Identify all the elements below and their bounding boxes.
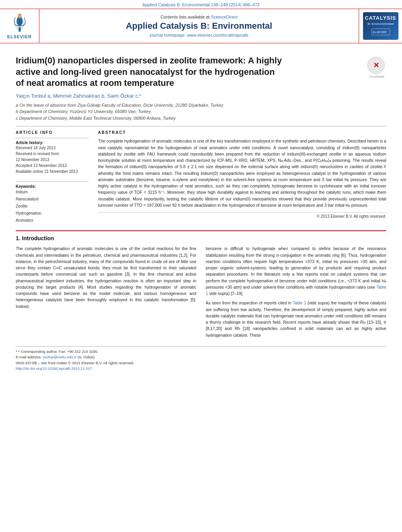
sciencedirect-link[interactable]: ScienceDirect: [211, 15, 237, 19]
affiliation-a: a On the leave of absence from Ziya Göka…: [16, 102, 386, 109]
received-date: Received 18 July 2013: [16, 145, 89, 151]
catalysis-logo-text: CATALYSIS B: Environmental ELSEVIER: [365, 15, 396, 37]
issn-line: 0926-3373/$ – see front matter © 2013 El…: [16, 360, 386, 366]
section-title: 1. Introduction: [16, 235, 386, 241]
catalysis-logo-block: CATALYSIS B: Environmental ELSEVIER: [359, 9, 402, 43]
affiliations: a On the leave of absence from Ziya Göka…: [16, 102, 386, 122]
section-number: 1.: [16, 235, 20, 241]
article-info-col: Article Info Article history: Received 1…: [16, 130, 89, 224]
footnote-area: * * Corresponding author. Fax: +90 312 2…: [16, 346, 386, 371]
doi-line: http://dx.doi.org/10.1016/j.apcatb.2013.…: [16, 366, 386, 371]
introduction-section: 1. Introduction The complete hydrogenati…: [16, 230, 386, 341]
affiliation-b: b Department of Chemistry, Yüzüncü Yıl U…: [16, 108, 386, 115]
email-label: E-mail address:: [16, 355, 42, 359]
journal-header: ELSEVIER Contents lists available at Sci…: [0, 9, 402, 43]
corresponding-author-note: * * Corresponding author. Fax: +90 312 2…: [16, 349, 386, 354]
intro-right-paragraph: benzene is difficult to hydrogenate when…: [206, 245, 387, 297]
crossmark-logo: ✕ CrossMark: [367, 57, 386, 76]
article-info-heading: Article Info: [16, 130, 89, 135]
catalysis-logo-box: CATALYSIS B: Environmental ELSEVIER: [363, 12, 398, 40]
online-date: Available online 21 November 2013: [16, 169, 89, 174]
keywords-label: Keywords:: [16, 184, 89, 189]
svg-text:ELSEVIER: ELSEVIER: [373, 31, 387, 33]
crossmark-icon: ✕: [373, 61, 379, 70]
authors: Yalçın Tonbul a, Mehmet Zahmakiran b, Sa…: [16, 93, 386, 99]
keyword-iridium: Iridium: [16, 189, 89, 196]
affiliation-c: c Department of Chemistry, Middle East T…: [16, 115, 386, 122]
abstract-heading: Abstract: [98, 130, 386, 135]
intro-body: The complete hydrogenation of aromatic m…: [16, 245, 386, 341]
journal-citation: Applied Catalysis B: Environmental 148–1…: [143, 2, 260, 7]
history-label: Article history:: [16, 141, 89, 145]
revised-date: 12 November 2013: [16, 157, 89, 163]
abstract-col: Abstract The complete hydrogenation of a…: [98, 130, 386, 224]
email-person: (S. Özkar).: [78, 355, 96, 359]
intro-right-paragraph2: As seen from the inspection of reports c…: [206, 300, 387, 338]
article-content: Iridium(0) nanoparticles dispersed in ze…: [0, 43, 402, 378]
email-address[interactable]: sozkar@metu.edu.tr: [43, 355, 77, 359]
revised-label: Received in revised form: [16, 151, 89, 157]
journal-homepage: journal homepage: www.elsevier.com/locat…: [150, 33, 248, 37]
svg-point-3: [19, 15, 20, 18]
copyright-line: © 2013 Elsevier B.V. All rights reserved…: [98, 212, 386, 219]
keywords-list: Iridium Nanocatalyst Zeolite Hydrogenati…: [16, 189, 89, 224]
article-title: Iridium(0) nanoparticles dispersed in ze…: [16, 55, 283, 89]
abstract-text: The complete hydrogenation of aromatic m…: [98, 138, 386, 208]
journal-title-header: Applied Catalysis B: Environmental: [126, 21, 272, 31]
keyword-zeolite: Zeolite: [16, 203, 89, 210]
table-ref-link2[interactable]: Table 1: [293, 300, 306, 305]
section-name: Introduction: [22, 235, 54, 241]
journal-center: Contents lists available at ScienceDirec…: [39, 9, 359, 43]
keyword-hydrogenation: Hydrogenation: [16, 210, 89, 217]
intro-right-col: benzene is difficult to hydrogenate when…: [206, 245, 387, 341]
elsevier-tree-icon: [8, 13, 31, 33]
article-meta-section: Article Info Article history: Received 1…: [16, 126, 386, 224]
elsevier-label: ELSEVIER: [7, 34, 31, 39]
homepage-link[interactable]: www.elsevier.com/locate/apcatb: [187, 33, 248, 37]
table-ref-link[interactable]: Table 1: [206, 285, 387, 296]
journal-link-bar: Applied Catalysis B: Environmental 148–1…: [0, 0, 402, 9]
intro-left-col: The complete hydrogenation of aromatic m…: [16, 245, 196, 341]
corresponding-author-text: * Corresponding author. Fax: +90 312 210…: [18, 349, 98, 354]
elsevier-logo-block: ELSEVIER: [0, 9, 39, 43]
homepage-label: journal homepage:: [150, 33, 185, 37]
contents-line: Contents lists available at ScienceDirec…: [161, 15, 238, 19]
keyword-aromatics: Aromatics: [16, 217, 89, 224]
page: Applied Catalysis B: Environmental 148–1…: [0, 0, 402, 532]
accepted-date: Accepted 13 November 2013: [16, 163, 89, 169]
contents-label: Contents lists available at: [161, 15, 210, 19]
email-note: E-mail address: sozkar@metu.edu.tr (S. Ö…: [16, 354, 386, 360]
keyword-nanocatalyst: Nanocatalyst: [16, 196, 89, 203]
intro-left-paragraph: The complete hydrogenation of aromatic m…: [16, 245, 196, 310]
doi-link[interactable]: http://dx.doi.org/10.1016/j.apcatb.2013.…: [16, 366, 92, 371]
